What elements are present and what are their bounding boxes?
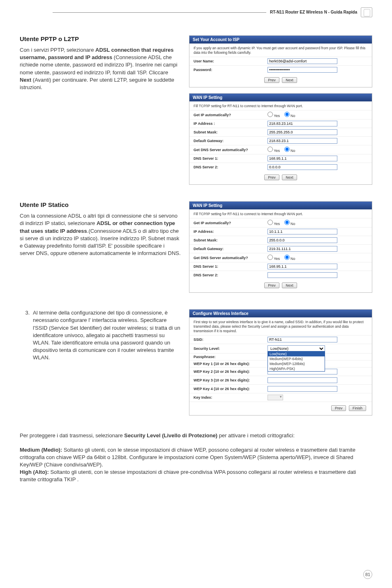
wepkey4-input bbox=[267, 386, 337, 392]
keyindex-label: Key Index: bbox=[194, 395, 267, 400]
step-3: Al termine della configurazione del tipo… bbox=[31, 309, 181, 361]
high-paragraph: High (Alto): Soltanto gli utenti, con le… bbox=[20, 469, 372, 483]
ssid-label: SSID: bbox=[194, 338, 267, 342]
screenshot-wan-1: WAN IP Setting Fill TCP/IP setting for R… bbox=[189, 93, 372, 185]
security-option-wpapsk[interactable]: High(WPA-PSK) bbox=[268, 366, 325, 371]
security-option-low[interactable]: Low(None) bbox=[268, 351, 325, 356]
gateway-input[interactable] bbox=[267, 246, 337, 252]
ipaddr-input[interactable] bbox=[267, 229, 337, 234]
ipaddr-label: IP Address: bbox=[194, 230, 267, 234]
dns2-input[interactable] bbox=[267, 272, 337, 278]
dns2-label: DNS Server 2: bbox=[194, 273, 267, 277]
getip-auto-label: Get IP automatically? bbox=[194, 221, 267, 225]
wepkey1-label: WEP Key 1 (10 or 26 hex digits): bbox=[194, 362, 267, 366]
section1-body: Con i servizi PPTP, selezionare ADSL con… bbox=[20, 46, 181, 91]
getdns-yes-radio[interactable] bbox=[267, 147, 273, 152]
gateway-input[interactable] bbox=[267, 138, 337, 144]
wireless-banner: Configure Wireless Interface bbox=[189, 310, 372, 317]
medium-paragraph: Medium (Medio): Soltanto gli utenti, con… bbox=[20, 446, 372, 469]
wepkey2-label: WEP Key 2 (10 or 26 hex digits): bbox=[194, 370, 267, 374]
getip-yes-radio[interactable] bbox=[267, 112, 273, 117]
screenshot-isp-account: Set Your Account to ISP If you apply an … bbox=[189, 35, 372, 87]
getdns-auto-label: Get DNS Server automatically? bbox=[194, 256, 267, 260]
header-bar: RT-N11 Router EZ Wireless N - Guida Rapi… bbox=[53, 7, 372, 17]
getip-no-radio[interactable] bbox=[284, 112, 290, 117]
wepkey3-label: WEP Key 3 (10 or 26 hex digits): bbox=[194, 378, 267, 382]
getdns-auto-label: Get DNS Server automatically? bbox=[194, 148, 267, 152]
wan1-desc: Fill TCP/IP setting for RT-N11 to connec… bbox=[189, 101, 372, 110]
prev-button[interactable]: Prev bbox=[264, 283, 279, 288]
gateway-label: Default Gateway: bbox=[194, 139, 267, 143]
isp-desc: If you apply an account with dynamic IP.… bbox=[189, 44, 372, 57]
subnet-label: Subnet Mask: bbox=[194, 238, 267, 242]
subnet-label: Subnet Mask: bbox=[194, 130, 267, 134]
prev-button[interactable]: Prev bbox=[331, 405, 346, 411]
isp-banner: Set Your Account to ISP bbox=[189, 36, 372, 44]
ipaddr-label: IP Address : bbox=[194, 122, 267, 126]
getip-yes-radio[interactable] bbox=[267, 220, 273, 225]
security-intro: Per proteggere i dati trasmessi, selezio… bbox=[20, 432, 372, 439]
getip-no-radio[interactable] bbox=[284, 220, 290, 225]
gateway-label: Default Gateway: bbox=[194, 247, 267, 251]
finish-button[interactable]: Finish bbox=[349, 405, 366, 411]
security-option-wep128[interactable]: Medium(WEP-128bits) bbox=[268, 361, 325, 366]
step-list: Al termine della configurazione del tipo… bbox=[31, 309, 181, 361]
dns2-label: DNS Server 2: bbox=[194, 165, 267, 169]
getdns-no-radio[interactable] bbox=[284, 147, 290, 152]
getdns-yes-radio[interactable] bbox=[267, 255, 273, 260]
ssid-input[interactable] bbox=[267, 337, 337, 342]
wan2-banner: WAN IP Setting bbox=[189, 202, 372, 209]
router-icon bbox=[361, 7, 372, 17]
screenshot-wireless: Configure Wireless Interface First step … bbox=[189, 309, 372, 416]
wepkey4-label: WEP Key 4 (10 or 26 hex digits): bbox=[194, 387, 267, 391]
prev-button[interactable]: Prev bbox=[264, 175, 279, 180]
screenshot-wan-2: WAN IP Setting Fill TCP/IP setting for R… bbox=[189, 201, 372, 293]
security-level-label: Security Level: bbox=[194, 347, 267, 351]
security-level-dropdown: Low(None) Medium(WEP-64bits) Medium(WEP-… bbox=[267, 351, 325, 372]
getip-auto-label: Get IP automatically? bbox=[194, 113, 267, 117]
passphrase-label: Passphrase: bbox=[194, 355, 267, 359]
dns2-input[interactable] bbox=[267, 164, 337, 170]
wireless-desc: First step to set your wireless interfac… bbox=[189, 317, 372, 335]
header-title: RT-N11 Router EZ Wireless N - Guida Rapi… bbox=[270, 10, 357, 14]
wan1-banner: WAN IP Setting bbox=[189, 94, 372, 101]
dns1-input[interactable] bbox=[267, 264, 337, 269]
dns1-input[interactable] bbox=[267, 156, 337, 161]
page-number: 81 bbox=[363, 570, 372, 579]
next-button[interactable]: Next bbox=[282, 175, 297, 180]
ipaddr-input[interactable] bbox=[267, 121, 337, 126]
security-option-wep64[interactable]: Medium(WEP-64bits) bbox=[268, 356, 325, 361]
wepkey3-input bbox=[267, 377, 337, 383]
prev-button[interactable]: Prev bbox=[264, 77, 279, 83]
password-label: Password: bbox=[194, 68, 267, 72]
header-rule bbox=[53, 12, 266, 13]
getdns-no-radio[interactable] bbox=[284, 255, 290, 260]
subnet-input[interactable] bbox=[267, 237, 337, 243]
section1-heading: Utente PPTP o L2TP bbox=[20, 35, 181, 42]
next-button[interactable]: Next bbox=[282, 77, 297, 83]
dns1-label: DNS Server 1: bbox=[194, 264, 267, 269]
wan2-desc: Fill TCP/IP setting for RT-N11 to connec… bbox=[189, 209, 372, 218]
user-name-input[interactable] bbox=[267, 58, 337, 64]
page-footer: 81 bbox=[363, 570, 372, 579]
keyindex-select[interactable] bbox=[267, 395, 283, 400]
subnet-input[interactable] bbox=[267, 129, 337, 135]
user-name-label: User Name: bbox=[194, 59, 267, 63]
password-input[interactable] bbox=[267, 67, 337, 73]
section2-heading: Utente IP Statico bbox=[20, 201, 181, 208]
dns1-label: DNS Server 1: bbox=[194, 156, 267, 161]
next-button[interactable]: Next bbox=[282, 283, 297, 288]
section2-body: Con la connessione ADSL o altri tipi di … bbox=[20, 212, 181, 257]
